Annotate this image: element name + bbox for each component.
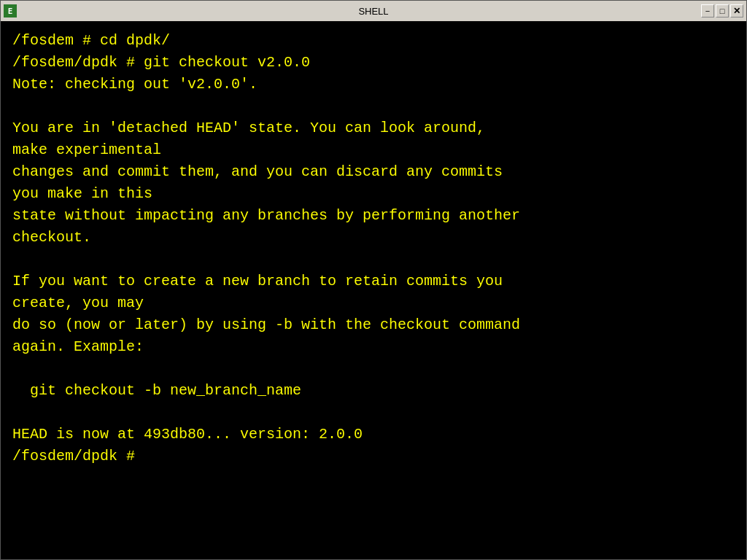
terminal-line: do so (now or later) by using -b with th… [12, 314, 735, 336]
window-title: SHELL [0, 6, 747, 17]
titlebar-left: E [4, 4, 17, 18]
app-icon: E [4, 4, 17, 18]
terminal-line: make experimental [12, 139, 735, 161]
terminal-line: You are in 'detached HEAD' state. You ca… [12, 117, 735, 139]
terminal-line: again. Example: [12, 336, 735, 358]
minimize-button[interactable]: − [701, 4, 714, 18]
terminal-line: checkout. [12, 227, 735, 249]
terminal-line: changes and commit them, and you can dis… [12, 161, 735, 183]
terminal-blank-line [12, 96, 735, 117]
close-button[interactable]: ✕ [730, 4, 743, 18]
terminal-line: If you want to create a new branch to re… [12, 271, 735, 292]
terminal-blank-line [12, 358, 735, 380]
terminal-line: git checkout -b new_branch_name [12, 380, 735, 402]
terminal-line: state without impacting any branches by … [12, 205, 735, 227]
terminal-line: /fosdem/dpdk # [12, 446, 735, 467]
terminal-line: HEAD is now at 493db80... version: 2.0.0 [12, 424, 735, 446]
shell-window: E SHELL − □ ✕ /fosdem # cd dpdk//fosdem/… [0, 0, 747, 560]
terminal-line: /fosdem/dpdk # git checkout v2.0.0 [12, 52, 735, 74]
terminal-line: /fosdem # cd dpdk/ [12, 30, 735, 52]
terminal-output[interactable]: /fosdem # cd dpdk//fosdem/dpdk # git che… [1, 21, 746, 559]
terminal-line: you make in this [12, 183, 735, 205]
terminal-line: Note: checking out 'v2.0.0'. [12, 74, 735, 96]
terminal-blank-line [12, 402, 735, 424]
window-controls: − □ ✕ [701, 4, 743, 18]
terminal-blank-line [12, 249, 735, 271]
titlebar: E SHELL − □ ✕ [1, 1, 746, 21]
terminal-line: create, you may [12, 292, 735, 314]
restore-button[interactable]: □ [716, 4, 729, 18]
